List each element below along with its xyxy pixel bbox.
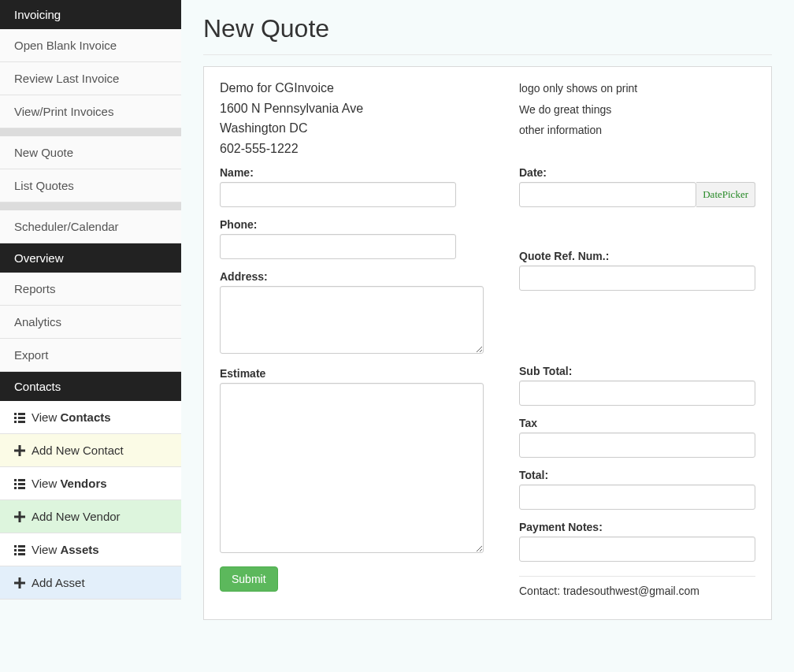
total-label: Total:: [519, 469, 755, 481]
name-label: Name:: [220, 166, 495, 179]
svg-rect-18: [14, 549, 17, 551]
label-prefix: View: [32, 477, 60, 490]
plus-icon: [14, 445, 25, 456]
svg-rect-8: [14, 479, 17, 481]
page-title: New Quote: [203, 14, 772, 43]
nav-scheduler-calendar[interactable]: Scheduler/Calendar: [0, 210, 181, 243]
label: Add New Vendor: [32, 510, 121, 523]
nav-header-invoicing: Invoicing: [0, 0, 181, 29]
quote-ref-input[interactable]: [519, 265, 755, 291]
tax-input[interactable]: [519, 433, 755, 458]
svg-rect-16: [14, 545, 17, 548]
label-prefix: View: [32, 410, 60, 424]
divider: [519, 576, 755, 577]
estimate-textarea[interactable]: [220, 383, 484, 553]
svg-rect-9: [18, 479, 25, 481]
company-notes: logo only shows on print We do great thi…: [519, 78, 755, 158]
nav-view-print-invoices[interactable]: View/Print Invoices: [0, 95, 181, 128]
list-icon: [14, 478, 25, 489]
phone-label: Phone:: [220, 218, 495, 231]
date-input[interactable]: [519, 182, 696, 207]
address-textarea[interactable]: [220, 286, 484, 354]
phone-input[interactable]: [220, 234, 456, 259]
nav-view-assets[interactable]: View Assets: [0, 533, 181, 566]
svg-rect-23: [14, 581, 25, 584]
svg-rect-5: [18, 421, 25, 423]
sidebar: Invoicing Open Blank Invoice Review Last…: [0, 0, 181, 634]
payment-notes-label: Payment Notes:: [519, 521, 755, 533]
nav-header-overview: Overview: [0, 243, 181, 273]
nav-add-asset[interactable]: Add Asset: [0, 566, 181, 600]
total-input[interactable]: [519, 485, 755, 510]
nav-add-new-vendor[interactable]: Add New Vendor: [0, 500, 181, 533]
list-icon: [14, 544, 25, 555]
name-input[interactable]: [220, 182, 456, 207]
date-label: Date:: [519, 166, 755, 179]
nav-reports[interactable]: Reports: [0, 273, 181, 306]
nav-review-last-invoice[interactable]: Review Last Invoice: [0, 62, 181, 95]
nav-header-contacts: Contacts: [0, 372, 181, 401]
nav-open-blank-invoice[interactable]: Open Blank Invoice: [0, 29, 181, 62]
svg-rect-1: [18, 413, 25, 415]
nav-view-contacts[interactable]: View Contacts: [0, 401, 181, 434]
svg-rect-10: [14, 483, 17, 485]
svg-rect-4: [14, 421, 17, 423]
svg-rect-19: [18, 549, 25, 551]
label-prefix: View: [32, 543, 60, 556]
svg-rect-17: [18, 545, 25, 548]
label-bold: Contacts: [60, 410, 110, 424]
svg-rect-12: [14, 487, 17, 489]
label-bold: Vendors: [60, 477, 106, 490]
nav-add-new-contact[interactable]: Add New Contact: [0, 434, 181, 467]
plus-icon: [14, 577, 25, 588]
svg-rect-20: [14, 553, 17, 555]
svg-rect-11: [18, 483, 25, 485]
note-line: other information: [519, 120, 755, 141]
main-content: New Quote Demo for CGInvoice 1600 N Penn…: [181, 0, 794, 634]
svg-rect-2: [14, 417, 17, 419]
plus-icon: [14, 511, 25, 522]
svg-rect-3: [18, 417, 25, 419]
nav-view-vendors[interactable]: View Vendors: [0, 467, 181, 500]
subtotal-input[interactable]: [519, 381, 755, 406]
label: Add New Contact: [32, 444, 124, 457]
date-picker-button[interactable]: DatePicker: [696, 182, 755, 207]
nav-analytics[interactable]: Analytics: [0, 306, 181, 339]
tax-label: Tax: [519, 417, 755, 429]
list-icon: [14, 412, 25, 423]
address-label: Address:: [220, 270, 495, 283]
estimate-label: Estimate: [220, 367, 495, 380]
quote-form: Demo for CGInvoice 1600 N Pennsylvania A…: [203, 66, 772, 620]
nav-spacer: [0, 202, 181, 210]
label: Add Asset: [32, 576, 85, 589]
company-city: Washington DC: [220, 118, 495, 139]
svg-rect-13: [18, 487, 25, 489]
quote-ref-label: Quote Ref. Num.:: [519, 250, 755, 262]
nav-new-quote[interactable]: New Quote: [0, 136, 181, 169]
company-info: Demo for CGInvoice 1600 N Pennsylvania A…: [220, 78, 495, 158]
svg-rect-0: [14, 413, 17, 415]
svg-rect-15: [14, 515, 25, 518]
company-street: 1600 N Pennsylvania Ave: [220, 98, 495, 119]
payment-notes-input[interactable]: [519, 536, 755, 562]
company-name: Demo for CGInvoice: [220, 78, 495, 98]
divider: [203, 54, 772, 55]
note-line: We do great things: [519, 99, 755, 121]
svg-rect-7: [14, 449, 25, 451]
footer-contact: Contact: tradesouthwest@gmail.com: [519, 585, 755, 597]
svg-rect-21: [18, 553, 25, 555]
nav-spacer: [0, 128, 181, 136]
note-line: logo only shows on print: [519, 78, 755, 99]
company-phone: 602-555-1222: [220, 139, 495, 159]
subtotal-label: Sub Total:: [519, 365, 755, 377]
nav-list-quotes[interactable]: List Quotes: [0, 169, 181, 202]
nav-export[interactable]: Export: [0, 339, 181, 372]
submit-button[interactable]: Submit: [220, 566, 278, 592]
label-bold: Assets: [60, 543, 98, 556]
